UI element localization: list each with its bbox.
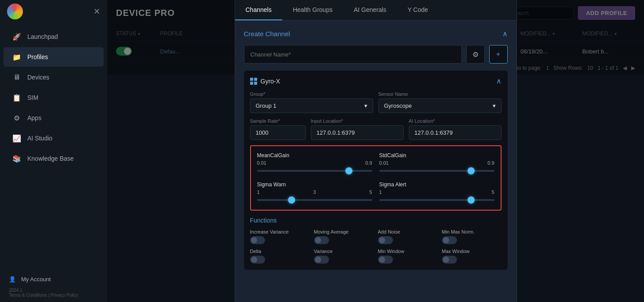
sigma-warn-track[interactable] <box>257 199 372 201</box>
card-collapse-icon[interactable]: ∧ <box>496 77 502 85</box>
sensor-dropdown-arrow: ▾ <box>493 102 496 109</box>
channel-name-input[interactable] <box>244 45 462 64</box>
sigma-alert-label: Sigma Alert <box>379 181 494 188</box>
group-label: Group* <box>250 91 373 97</box>
tab-health-groups[interactable]: Health Groups <box>282 0 343 20</box>
sidebar-label-ai-studio: AI Studio <box>27 135 52 142</box>
main-content: DEVICE PRO 🔍 Search ADD PROFILE STATUS ▾… <box>107 0 644 302</box>
function-moving-average: Moving Average <box>314 229 374 244</box>
sigma-warn-label: Sigma Warn <box>257 181 372 188</box>
toggle-increase-variance[interactable] <box>250 236 265 244</box>
group-sensor-row: Group* Group 1 ▾ Sensor Name Gyroscope ▾ <box>250 91 502 113</box>
sidebar-item-ai-studio[interactable]: 📈 AI Studio <box>4 128 104 148</box>
close-icon[interactable]: ✕ <box>94 7 100 16</box>
function-max-window: Max Window <box>442 249 502 264</box>
sim-icon: 📋 <box>12 93 21 102</box>
sigma-warn-slider: Sigma Warn 1 3 5 <box>257 181 372 204</box>
toggle-min-max-norm[interactable] <box>442 236 457 244</box>
channel-card-header: Gyro-X ∧ <box>250 77 502 85</box>
monitor-icon: 🖥 <box>12 73 21 82</box>
sidebar-nav: 🚀 Launchpad 📁 Profiles 🖥 Devices 📋 SIM ⚙… <box>0 23 107 271</box>
functions-title: Functions <box>250 217 502 224</box>
group-select[interactable]: Group 1 ▾ <box>250 98 373 113</box>
grid-icon <box>250 78 257 85</box>
mean-cal-gain-label: MeanCalGain <box>257 152 372 159</box>
sensor-field: Sensor Name Gyroscope ▾ <box>378 91 502 113</box>
sigma-alert-values: 1 5 <box>379 189 494 195</box>
channel-card-title: Gyro-X <box>250 78 280 85</box>
my-account-label: My Account <box>21 276 51 283</box>
tab-ai-generals[interactable]: AI Generals <box>343 0 397 20</box>
sigma-warn-thumb[interactable] <box>288 196 295 204</box>
rocket-icon: 🚀 <box>12 32 21 41</box>
function-increase-variance: Increase Variance <box>250 229 310 244</box>
folder-icon: 📁 <box>12 53 21 61</box>
functions-grid: Increase Variance Moving Average Add Noi… <box>250 229 502 264</box>
sigma-alert-thumb[interactable] <box>468 196 475 204</box>
sigma-alert-track[interactable] <box>379 199 494 201</box>
sidebar-item-profiles[interactable]: 📁 Profiles <box>4 47 104 67</box>
sensor-label: Sensor Name <box>378 91 502 97</box>
input-location-input[interactable]: 127.0.0.1:6379 <box>311 125 404 140</box>
ai-location-label: AI Location* <box>409 118 502 124</box>
toggle-variance[interactable] <box>314 256 329 264</box>
user-icon: 👤 <box>9 276 16 283</box>
collapse-icon[interactable]: ∧ <box>502 30 508 38</box>
std-cal-gain-track[interactable] <box>379 170 494 172</box>
add-channel-button[interactable]: + <box>489 45 508 64</box>
sidebar-item-devices[interactable]: 🖥 Devices <box>4 68 104 87</box>
sliders-section: MeanCalGain 0.01 0.9 <box>250 145 502 211</box>
functions-section: Functions Increase Variance Moving Avera… <box>250 217 502 264</box>
tab-y-code[interactable]: Y Code <box>397 0 438 20</box>
toggle-moving-average[interactable] <box>314 236 329 244</box>
apps-icon: ⚙ <box>12 113 21 122</box>
sidebar-label-apps: Apps <box>27 114 41 121</box>
app-logo <box>7 4 23 19</box>
toggle-delta[interactable] <box>250 256 265 264</box>
sidebar-item-knowledge-base[interactable]: 📚 Knowledge Base <box>4 149 104 168</box>
modal: Channels Health Groups AI Generals Y Cod… <box>235 0 517 302</box>
sidebar-label-devices: Devices <box>27 74 49 81</box>
sidebar-item-launchpad[interactable]: 🚀 Launchpad <box>4 27 104 46</box>
group-field: Group* Group 1 ▾ <box>250 91 373 113</box>
input-location-label: Input Location* <box>311 118 404 124</box>
function-delta: Delta <box>250 249 310 264</box>
modal-tabs: Channels Health Groups AI Generals Y Cod… <box>235 0 517 21</box>
sample-rate-field: Sample Rate* 1000 <box>250 118 306 140</box>
toggle-min-window[interactable] <box>378 256 393 264</box>
sidebar-item-apps[interactable]: ⚙ Apps <box>4 108 104 128</box>
ai-location-input[interactable]: 127.0.0.1:6379 <box>409 125 502 140</box>
mean-cal-gain-thumb[interactable] <box>345 167 352 174</box>
sidebar-footer[interactable]: 👤 My Account <box>0 271 107 288</box>
std-cal-gain-values: 0.01 0.9 <box>379 160 494 166</box>
std-cal-gain-label: StdCalGain <box>379 152 494 159</box>
sigma-warn-values: 1 3 5 <box>257 189 372 195</box>
sensor-select[interactable]: Gyroscope ▾ <box>378 98 502 113</box>
std-cal-gain-slider: StdCalGain 0.01 0.9 <box>379 152 494 174</box>
sample-rate-label: Sample Rate* <box>250 118 306 124</box>
sidebar-label-profiles: Profiles <box>27 53 48 60</box>
function-min-max-norm: Min Max Norm. <box>442 229 502 244</box>
location-row: Sample Rate* 1000 Input Location* 127.0.… <box>250 118 502 140</box>
sidebar-label-launchpad: Launchpad <box>27 33 58 40</box>
modal-body: Create Channel ∧ ⚙ + <box>235 21 517 284</box>
sample-rate-input[interactable]: 1000 <box>250 125 306 140</box>
toggle-add-noise[interactable] <box>378 236 393 244</box>
footer-links: 2024.1 Terms & Conditions | Privacy Poli… <box>0 288 107 302</box>
mean-cal-gain-slider: MeanCalGain 0.01 0.9 <box>257 152 372 174</box>
toggle-max-window[interactable] <box>442 256 457 264</box>
sidebar-label-knowledge-base: Knowledge Base <box>27 155 74 162</box>
mean-cal-gain-track[interactable] <box>257 170 372 172</box>
sidebar-label-sim: SIM <box>27 94 38 101</box>
function-add-noise: Add Noise <box>378 229 438 244</box>
ai-location-field: AI Location* 127.0.0.1:6379 <box>409 118 502 140</box>
sigma-alert-slider: Sigma Alert 1 5 <box>379 181 494 204</box>
settings-button[interactable]: ⚙ <box>466 45 485 64</box>
tab-channels[interactable]: Channels <box>235 0 282 20</box>
std-cal-gain-thumb[interactable] <box>468 167 475 174</box>
channel-input-row: ⚙ + <box>244 45 508 64</box>
sidebar-item-sim[interactable]: 📋 SIM <box>4 88 104 107</box>
sidebar-logo: ✕ <box>0 0 107 23</box>
mean-cal-gain-values: 0.01 0.9 <box>257 160 372 166</box>
channel-card: Gyro-X ∧ Group* Group 1 ▾ <box>244 71 508 270</box>
